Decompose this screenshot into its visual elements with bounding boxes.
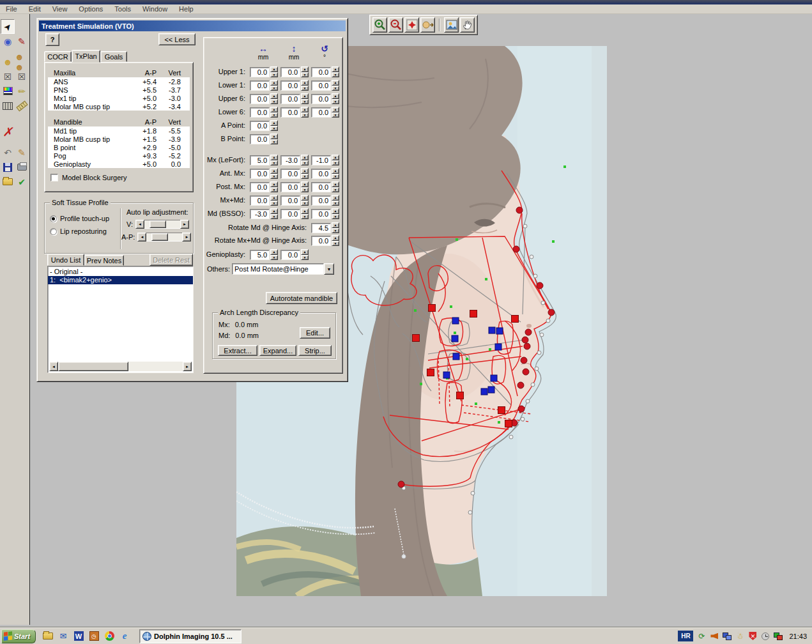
surgery-row-1-value-0[interactable]: 0.0 — [250, 169, 270, 179]
surgery-row-2-value-0[interactable]: 0.0 — [250, 182, 270, 192]
surgery-row-3-value-2[interactable]: 0.0 — [311, 195, 331, 206]
help-button[interactable]: ? — [45, 33, 59, 46]
tooth-row-0-value-2-spinner[interactable]: ▲▼ — [332, 66, 339, 77]
surgery-row-0-value-1[interactable]: -3.0 — [280, 155, 300, 165]
schedule-shortcut-icon[interactable]: ◷ — [88, 631, 100, 642]
delete-rest-button[interactable]: Delete Rest — [149, 254, 193, 266]
dropdown-arrow-icon[interactable]: ▼ — [324, 263, 334, 275]
folder-shortcut-icon[interactable] — [42, 631, 54, 642]
tooth-row-2-value-2[interactable]: 0.0 — [311, 94, 331, 104]
pointer-tool-icon[interactable]: ➤ — [1, 19, 15, 34]
genioplasty-row-value-1[interactable]: 0.0 — [280, 250, 300, 260]
tooth-row-0-value-1-spinner[interactable]: ▲▼ — [301, 66, 309, 77]
less-button[interactable]: << Less — [158, 33, 195, 45]
tooth-row-1-value-1[interactable]: 0.0 — [280, 80, 300, 91]
menu-view[interactable]: View — [47, 5, 73, 13]
brush-tool-icon[interactable]: ✎ — [15, 34, 29, 49]
undo-list-hscrollbar[interactable]: ◄► — [49, 362, 192, 371]
surgery-row-2-value-2-spinner[interactable]: ▲▼ — [332, 181, 339, 192]
menu-options[interactable]: Options — [73, 5, 109, 13]
surgery-row-3-value-1-spinner[interactable]: ▲▼ — [301, 195, 309, 206]
zoom-in-icon[interactable] — [372, 17, 387, 33]
network-tray-icon[interactable] — [722, 631, 732, 641]
tooth-row-2-value-1-spinner[interactable]: ▲▼ — [301, 93, 309, 104]
language-indicator[interactable]: HR — [678, 631, 693, 641]
display-tray-icon[interactable] — [773, 631, 783, 641]
surgery-row-3-value-2-spinner[interactable]: ▲▼ — [332, 195, 339, 206]
list-item[interactable]: - Original - — [48, 268, 193, 276]
center-image-icon[interactable] — [404, 17, 419, 33]
ap-slider[interactable]: ◄► — [137, 233, 191, 241]
surgery-row-4-value-2[interactable]: 0.0 — [311, 209, 331, 219]
taskbar-clock[interactable]: 21:43 — [786, 632, 807, 640]
expand-button[interactable]: Expand... — [259, 345, 296, 356]
open-folder-icon[interactable] — [1, 174, 15, 189]
tooth-row-2-value-2-spinner[interactable]: ▲▼ — [332, 93, 339, 104]
surgery-row-0-value-0-spinner[interactable]: ▲▼ — [270, 155, 278, 165]
genioplasty-row-value-0-spinner[interactable]: ▲▼ — [270, 249, 278, 260]
updater-tray-icon[interactable]: ⟳ — [696, 631, 707, 641]
surgery-row-2-value-1-spinner[interactable]: ▲▼ — [301, 181, 309, 192]
user-tray-icon[interactable]: ☃ — [735, 631, 745, 641]
tooth-row-1-value-2[interactable]: 0.0 — [311, 80, 331, 91]
tooth-row-3-value-2-spinner[interactable]: ▲▼ — [332, 107, 339, 118]
extract-button[interactable]: Extract... — [218, 345, 257, 356]
tab-undo-list[interactable]: Undo List — [47, 254, 84, 266]
surgery-row-1-value-1[interactable]: 0.0 — [280, 169, 300, 179]
scheduler-tray-icon[interactable] — [760, 631, 770, 641]
dialog-title-bar[interactable]: Treatment Simulation (VTO) — [39, 20, 346, 31]
dolphin-task-button[interactable]: Dolphin Imaging 10.5 ... — [139, 629, 241, 643]
measure-grid-icon[interactable] — [1, 98, 15, 113]
tooth-row-2-value-0-spinner[interactable]: ▲▼ — [270, 93, 278, 104]
chrome-shortcut-icon[interactable] — [103, 631, 115, 642]
security-alert-tray-icon[interactable]: ✕ — [747, 631, 758, 641]
tooth-row-2-value-1[interactable]: 0.0 — [280, 94, 300, 104]
surgery-row-3-value-0[interactable]: 0.0 — [250, 195, 270, 206]
model-block-surgery-checkbox[interactable] — [50, 174, 58, 181]
face-morph-icon[interactable]: ☻ — [1, 54, 15, 69]
ie-shortcut-icon[interactable]: e — [119, 631, 130, 642]
tooth-row-0-value-0[interactable]: 0.0 — [250, 67, 270, 77]
tooth-row-1-value-1-spinner[interactable]: ▲▼ — [301, 80, 309, 91]
zoom-out-icon[interactable] — [388, 17, 403, 33]
rotate-row-1-value-0-spinner[interactable]: ▲▼ — [332, 235, 339, 246]
menu-tools[interactable]: Tools — [109, 5, 137, 13]
annotate-face-icon[interactable]: ✎ — [15, 145, 29, 160]
profile-touchup-radio[interactable] — [50, 215, 57, 222]
ruler-icon[interactable] — [15, 98, 29, 113]
volume-tray-icon[interactable] — [709, 631, 719, 641]
tooth-row-5-value-0-spinner[interactable]: ▲▼ — [270, 134, 278, 144]
tooth-row-5-value-0[interactable]: 0.0 — [250, 134, 270, 144]
surgery-row-2-value-1[interactable]: 0.0 — [280, 182, 300, 192]
menu-help[interactable]: Help — [173, 5, 199, 13]
menu-edit[interactable]: Edit — [23, 5, 47, 13]
accept-check-icon[interactable]: ✔ — [15, 174, 29, 189]
surgery-row-1-value-2[interactable]: 0.0 — [311, 169, 331, 179]
surgery-row-0-value-2-spinner[interactable]: ▲▼ — [332, 155, 339, 165]
tooth-row-3-value-1-spinner[interactable]: ▲▼ — [301, 107, 309, 118]
undo-listbox[interactable]: - Original -1: <bimak2+genio> ◄► — [47, 266, 194, 373]
surgery-row-1-value-0-spinner[interactable]: ▲▼ — [270, 168, 278, 179]
surgery-row-4-value-1-spinner[interactable]: ▲▼ — [301, 208, 309, 219]
face-delete-icon[interactable]: ☒ — [1, 69, 15, 84]
tab-goals[interactable]: Goals — [100, 51, 127, 62]
rotate-row-0-value-0-spinner[interactable]: ▲▼ — [332, 222, 339, 233]
tooth-row-1-value-0[interactable]: 0.0 — [250, 80, 270, 91]
others-dropdown[interactable]: Post Md Rotate@Hinge ▼ — [232, 263, 334, 275]
undo-tool-icon[interactable]: ↶ — [1, 145, 15, 160]
tab-cocr[interactable]: COCR — [44, 51, 72, 62]
photo-view-icon[interactable] — [444, 17, 459, 33]
tooth-row-0-value-2[interactable]: 0.0 — [311, 67, 331, 77]
tooth-row-4-value-0[interactable]: 0.0 — [250, 121, 270, 131]
surgery-row-4-value-0-spinner[interactable]: ▲▼ — [270, 208, 278, 219]
tooth-row-3-value-0[interactable]: 0.0 — [250, 107, 270, 118]
tooth-row-1-value-2-spinner[interactable]: ▲▼ — [332, 80, 339, 91]
strip-button[interactable]: Strip... — [298, 345, 332, 356]
surgery-row-1-value-2-spinner[interactable]: ▲▼ — [332, 168, 339, 179]
tooth-row-3-value-0-spinner[interactable]: ▲▼ — [270, 107, 278, 118]
pan-hand-icon[interactable] — [460, 17, 475, 33]
surgery-row-2-value-0-spinner[interactable]: ▲▼ — [270, 181, 278, 192]
word-shortcut-icon[interactable]: W — [73, 631, 84, 642]
tooth-row-0-value-1[interactable]: 0.0 — [280, 67, 300, 77]
v-slider[interactable]: ◄► — [135, 220, 189, 229]
